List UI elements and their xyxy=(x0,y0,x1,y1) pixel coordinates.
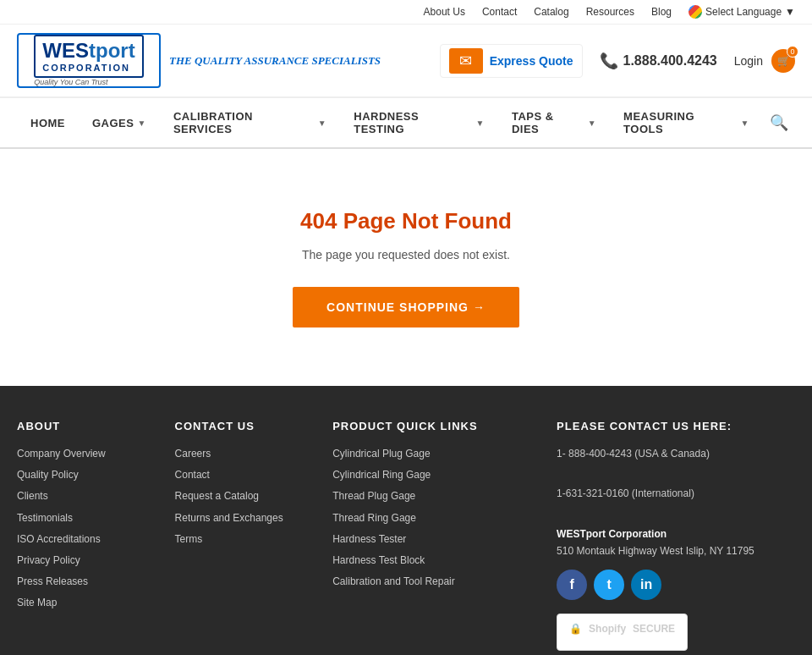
phone-number: 1.888.400.4243 xyxy=(623,53,717,69)
logo-container: WEStport CORPORATION Quality You Can Tru… xyxy=(34,35,143,85)
top-bar: About Us Contact Catalog Resources Blog … xyxy=(0,0,812,25)
tagline-main: THE QUALITY ASSURANCE SPECIALISTS xyxy=(169,54,381,68)
error-title: 404 Page Not Found xyxy=(300,208,512,234)
linkedin-icon[interactable]: in xyxy=(631,570,661,600)
shopify-label: Shopify xyxy=(589,621,626,637)
about-testimonials[interactable]: Testimonials xyxy=(17,510,150,526)
nav-calibration-arrow: ▼ xyxy=(318,118,326,128)
address: 510 Montauk Highway West Islip, NY 11795 xyxy=(557,543,795,559)
logo-corp: CORPORATION xyxy=(42,63,134,73)
nav-taps-arrow: ▼ xyxy=(588,118,596,128)
catalog-link[interactable]: Catalog xyxy=(534,6,568,18)
nav-gages[interactable]: GAGES ▼ xyxy=(79,105,160,141)
quick-links-heading: PRODUCT QUICK LINKS xyxy=(332,420,531,432)
logo-tagline-main: THE QUALITY ASSURANCE SPECIALISTS xyxy=(169,54,381,68)
google-icon xyxy=(689,5,702,19)
logo-box: WEStport CORPORATION xyxy=(34,35,143,77)
cart-badge: 0 xyxy=(787,46,798,58)
footer-quick-links: PRODUCT QUICK LINKS Cylindrical Plug Gag… xyxy=(332,420,531,651)
footer: ABOUT Company Overview Quality Policy Cl… xyxy=(0,386,812,655)
nav-calibration[interactable]: CALIBRATION SERVICES ▼ xyxy=(160,98,340,147)
contact-careers[interactable]: Careers xyxy=(175,446,308,462)
contact-returns[interactable]: Returns and Exchanges xyxy=(175,510,308,526)
nav-hardness[interactable]: HARDNESS TESTING ▼ xyxy=(340,98,498,147)
footer-contact-us: CONTACT US Careers Contact Request a Cat… xyxy=(175,420,308,651)
main-nav: HOME GAGES ▼ CALIBRATION SERVICES ▼ HARD… xyxy=(0,98,812,149)
logo-brand: WEStport xyxy=(42,40,134,62)
ql-thread-ring[interactable]: Thread Ring Gage xyxy=(332,510,531,526)
error-message: The page you requested does not exist. xyxy=(302,248,510,261)
address-label: WESTport Corporation xyxy=(557,528,667,540)
logo-area: WEStport CORPORATION Quality You Can Tru… xyxy=(17,33,381,88)
ql-calibration-tool-repair[interactable]: Calibration and Tool Repair xyxy=(332,574,531,590)
twitter-icon[interactable]: t xyxy=(594,570,624,600)
about-press[interactable]: Press Releases xyxy=(17,574,150,590)
about-quality-policy[interactable]: Quality Policy xyxy=(17,467,150,483)
ql-cylindrical-plug[interactable]: Cylindrical Plug Gage xyxy=(332,446,531,462)
contact-here-heading: PLEASE CONTACT US HERE: xyxy=(557,420,795,432)
contact-terms[interactable]: Terms xyxy=(175,531,308,548)
shopify-secure-label: SECURE xyxy=(633,621,675,637)
nav-gages-arrow: ▼ xyxy=(137,118,145,128)
header-actions: Login 🛒 0 xyxy=(734,49,795,73)
about-company-overview[interactable]: Company Overview xyxy=(17,446,150,462)
search-icon[interactable]: 🔍 xyxy=(763,102,795,144)
blog-link[interactable]: Blog xyxy=(651,6,672,18)
about-site-map[interactable]: Site Map xyxy=(17,595,150,611)
phone-intl: 1-631-321-0160 (International) xyxy=(557,486,795,502)
email-icon: ✉ xyxy=(449,48,483,74)
ql-hardness-test-block[interactable]: Hardness Test Block xyxy=(332,553,531,569)
phone-icon: 📞 xyxy=(600,52,618,70)
contact-info: 1- 888-400-4243 (USA & Canada) 1-631-321… xyxy=(557,446,795,559)
nav-hardness-arrow: ▼ xyxy=(476,118,485,128)
translate-arrow-icon: ▼ xyxy=(785,6,795,18)
facebook-icon[interactable]: f xyxy=(557,570,587,600)
contact-request-catalog[interactable]: Request a Catalog xyxy=(175,488,308,504)
cart-button[interactable]: 🛒 0 xyxy=(771,49,795,73)
express-quote[interactable]: ✉ Express Quote xyxy=(440,44,583,78)
phone-area: 📞 1.888.400.4243 xyxy=(600,52,717,70)
translate-label: Select Language xyxy=(705,6,782,18)
phone-usa: 1- 888-400-4243 (USA & Canada) xyxy=(557,446,795,462)
main-content: 404 Page Not Found The page you requeste… xyxy=(0,149,812,386)
continue-shopping-button[interactable]: CONTINUE SHOPPING → xyxy=(293,287,519,328)
login-link[interactable]: Login xyxy=(734,54,763,68)
nav-taps[interactable]: TAPS & DIES ▼ xyxy=(498,98,610,147)
about-privacy[interactable]: Privacy Policy xyxy=(17,553,150,569)
logo-tagline: Quality You Can Trust xyxy=(34,78,107,86)
shopify-badge: 🔒 Shopify SECURE xyxy=(557,614,688,650)
ql-cylindrical-ring[interactable]: Cylindrical Ring Gage xyxy=(332,467,531,483)
ql-thread-plug[interactable]: Thread Plug Gage xyxy=(332,488,531,504)
contact-us-heading: CONTACT US xyxy=(175,420,308,432)
nav-measuring[interactable]: MEASURING TOOLS ▼ xyxy=(610,98,763,147)
ql-hardness-tester[interactable]: Hardness Tester xyxy=(332,531,531,548)
contact-link[interactable]: Contact xyxy=(482,6,517,18)
about-clients[interactable]: Clients xyxy=(17,488,150,504)
footer-about: ABOUT Company Overview Quality Policy Cl… xyxy=(17,420,150,651)
google-translate[interactable]: Select Language ▼ xyxy=(689,5,795,19)
resources-link[interactable]: Resources xyxy=(586,6,634,18)
shopify-lock-icon: 🔒 xyxy=(569,621,582,637)
express-quote-label: Express Quote xyxy=(490,54,573,68)
logo-image: WEStport CORPORATION Quality You Can Tru… xyxy=(17,33,161,88)
contact-contact[interactable]: Contact xyxy=(175,467,308,483)
about-iso[interactable]: ISO Accreditations xyxy=(17,531,150,548)
footer-grid: ABOUT Company Overview Quality Policy Cl… xyxy=(17,420,795,651)
about-us-link[interactable]: About Us xyxy=(424,6,465,18)
footer-contact-here: PLEASE CONTACT US HERE: 1- 888-400-4243 … xyxy=(557,420,795,651)
header-right: ✉ Express Quote 📞 1.888.400.4243 Login 🛒… xyxy=(440,44,795,78)
header: WEStport CORPORATION Quality You Can Tru… xyxy=(0,25,812,98)
nav-measuring-arrow: ▼ xyxy=(741,118,749,128)
about-heading: ABOUT xyxy=(17,420,150,432)
social-icons: f t in xyxy=(557,570,795,600)
nav-home[interactable]: HOME xyxy=(17,105,79,141)
